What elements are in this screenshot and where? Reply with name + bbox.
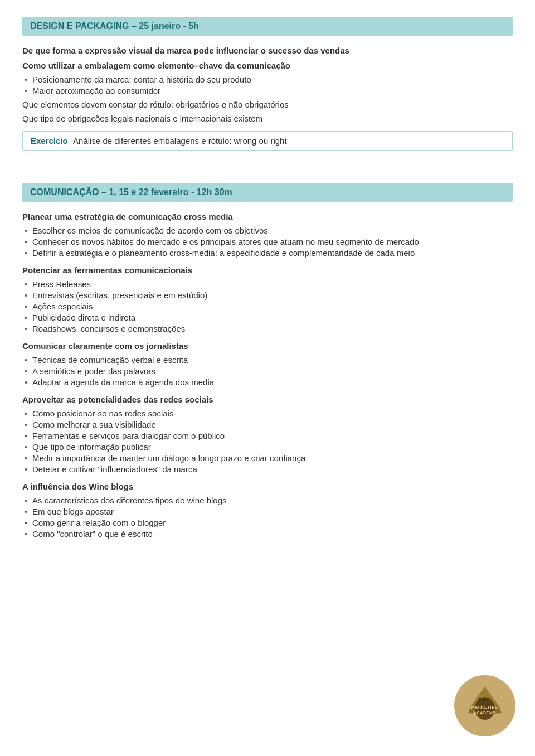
- subsection2-title: Potenciar as ferramentas comunicacionais: [22, 265, 513, 275]
- list-item: Roadshows, concursos e demonstrações: [22, 324, 513, 333]
- section1-para2: Que tipo de obrigações legais nacionais …: [22, 114, 513, 123]
- list-item: Como gerir a relação com o blogger: [22, 518, 513, 527]
- list-item: Como "controlar" o que é escrito: [22, 529, 513, 539]
- list-item: Adaptar a agenda da marca à agenda dos m…: [22, 377, 513, 387]
- exercise-box: Exercício Análise de diferentes embalage…: [22, 131, 513, 151]
- subsection5-title: A influência dos Wine blogs: [22, 482, 513, 491]
- list-item: Que tipo de informação publicar: [22, 442, 513, 452]
- list-item: Ferramentas e serviços para dialogar com…: [22, 431, 513, 440]
- exercise-label: Exercício: [31, 136, 68, 146]
- section2-header-text: COMUNICAÇÃO – 1, 15 e 22 fevereiro - 12h…: [30, 187, 232, 197]
- list-item: Definir a estratégia e o planeamento cro…: [22, 248, 513, 258]
- list-item: Medir a importância de manter um diálogo…: [22, 453, 513, 463]
- list-item: A semiótica e poder das palavras: [22, 366, 513, 376]
- subsection2-list: Press Releases Entrevistas (escritas, pr…: [22, 279, 513, 333]
- section2: COMUNICAÇÃO – 1, 15 e 22 fevereiro - 12h…: [22, 183, 513, 539]
- subsection1-title: Planear uma estratégia de comunicação cr…: [22, 212, 513, 221]
- list-item: Press Releases: [22, 279, 513, 289]
- list-item: Posicionamento da marca: contar a histór…: [22, 75, 513, 84]
- list-item: Técnicas de comunicação verbal e escrita: [22, 355, 513, 365]
- section1-header-text: DESIGN E PACKAGING – 25 janeiro - 5h: [30, 21, 199, 31]
- section1-para1: Que elementos devem constar do rótulo: o…: [22, 100, 513, 109]
- section1-bullets1: Posicionamento da marca: contar a histór…: [22, 75, 513, 95]
- subsection4-list: Como posicionar-se nas redes sociais Com…: [22, 409, 513, 474]
- exercise-text: Análise de diferentes embalagens e rótul…: [73, 136, 287, 146]
- list-item: Como posicionar-se nas redes sociais: [22, 409, 513, 418]
- spacer: [22, 166, 513, 183]
- section2-header: COMUNICAÇÃO – 1, 15 e 22 fevereiro - 12h…: [22, 183, 513, 202]
- section1-intro2: Como utilizar a embalagem como elemento–…: [22, 61, 513, 70]
- subsection5-list: As características dos diferentes tipos …: [22, 496, 513, 539]
- list-item: As características dos diferentes tipos …: [22, 496, 513, 505]
- list-item: Como melhorar a sua visibilidade: [22, 420, 513, 429]
- list-item: Detetar e cultivar "influenciadores" da …: [22, 464, 513, 474]
- list-item: Publicidade direta e indireta: [22, 313, 513, 322]
- subsection4-title: Aproveitar as potencialidades das redes …: [22, 395, 513, 404]
- subsection3-list: Técnicas de comunicação verbal e escrita…: [22, 355, 513, 387]
- list-item: Conhecer os novos hábitos do mercado e o…: [22, 237, 513, 246]
- list-item: Ações especiais: [22, 302, 513, 311]
- list-item: Entrevistas (escritas, presenciais e em …: [22, 290, 513, 300]
- section1: DESIGN E PACKAGING – 25 janeiro - 5h De …: [22, 17, 513, 151]
- section1-intro1: De que forma a expressão visual da marca…: [22, 46, 513, 55]
- list-item: Escolher os meios de comunicação de acor…: [22, 226, 513, 235]
- subsection3-title: Comunicar claramente com os jornalistas: [22, 341, 513, 351]
- section1-header: DESIGN E PACKAGING – 25 janeiro - 5h: [22, 17, 513, 36]
- list-item: Em que blogs apostar: [22, 507, 513, 516]
- list-item: Maior aproximação ao consumidor: [22, 86, 513, 95]
- subsection1-list: Escolher os meios de comunicação de acor…: [22, 226, 513, 258]
